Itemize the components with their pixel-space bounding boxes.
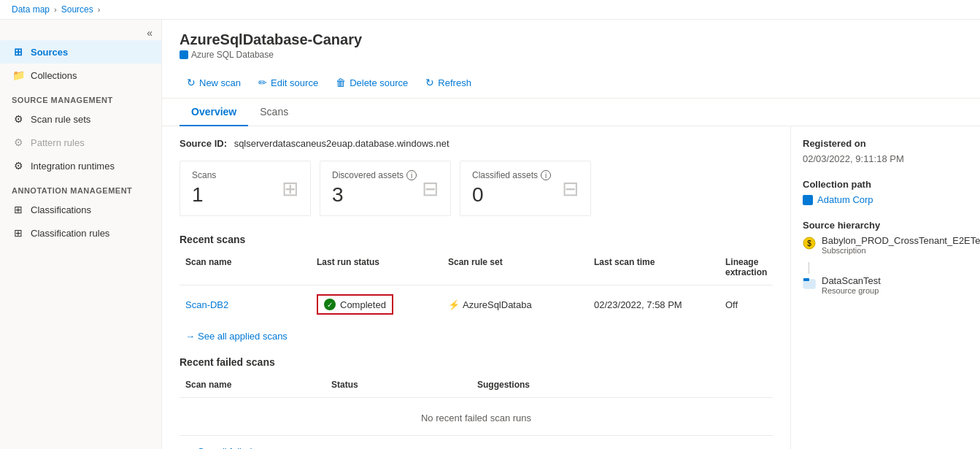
svg-rect-3 <box>803 278 809 281</box>
see-all-failed-link[interactable]: → See all failed scan runs <box>180 443 773 449</box>
source-hierarchy-label: Source hierarchy <box>803 220 968 231</box>
stats-row: Scans 1 ⊞ Discovered assets i 3 ⊟ <box>180 161 773 216</box>
tab-scans[interactable]: Scans <box>248 99 300 126</box>
source-management-section: Source management <box>0 87 161 107</box>
sidebar-item-classification-rules-label: Classification rules <box>31 228 109 239</box>
sidebar-item-collections[interactable]: 📁 Collections <box>0 64 161 87</box>
breadcrumb-data-map[interactable]: Data map <box>12 4 50 15</box>
source-id-label: Source ID: <box>180 138 227 149</box>
sidebar-item-integration-runtimes-label: Integration runtimes <box>31 161 115 172</box>
page-subtitle: Azure SQL Database <box>180 50 962 60</box>
hierarchy-item-1: DataScanTest Resource group <box>803 275 968 295</box>
discovered-info-icon: i <box>406 170 417 180</box>
source-hierarchy-section: Source hierarchy $ Babylon_PROD_CrossTen… <box>803 220 968 295</box>
classified-info-icon: i <box>541 170 551 180</box>
hierarchy-text-0: Babylon_PROD_CrossTenant_E2ETest Subscri… <box>822 235 980 255</box>
integration-runtimes-icon: ⚙ <box>12 160 25 172</box>
collection-icon <box>803 195 813 205</box>
hierarchy-type-1: Resource group <box>822 286 881 295</box>
sidebar: « ⊞ Sources 📁 Collections Source managem… <box>0 20 162 449</box>
source-id-value: sqlserverdatascaneus2euap.database.windo… <box>234 138 450 149</box>
classifications-icon: ⊞ <box>12 204 25 215</box>
registered-on-section: Registered on 02/03/2022, 9:11:18 PM <box>803 138 968 164</box>
sidebar-item-scan-rule-sets-label: Scan rule sets <box>31 114 90 125</box>
refresh-button[interactable]: ↻ Refresh <box>418 73 479 92</box>
col-last-run-status: Last run status <box>311 254 442 280</box>
page-title: AzureSqlDatabase-Canary <box>180 31 962 48</box>
resource-group-icon <box>803 277 816 290</box>
see-all-scans-link[interactable]: → See all applied scans <box>180 328 773 345</box>
breadcrumb-sources[interactable]: Sources <box>61 4 93 15</box>
recent-scans-section: Recent scans Scan name Last run status S… <box>180 234 773 345</box>
last-run-highlight-box: ✓ Completed <box>317 294 393 315</box>
collections-icon: 📁 <box>12 69 25 81</box>
collection-path-label: Collection path <box>803 179 968 190</box>
sidebar-item-collections-label: Collections <box>31 70 77 81</box>
stat-card-classified: Classified assets i 0 ⊟ <box>460 161 591 216</box>
failed-col-status: Status <box>325 377 471 393</box>
failed-scans-table-header: Scan name Status Suggestions <box>180 377 773 398</box>
edit-source-icon: ✏ <box>258 77 267 88</box>
hierarchy-name-0: Babylon_PROD_CrossTenant_E2ETest <box>822 235 980 246</box>
collection-path-section: Collection path Adatum Corp <box>803 179 968 205</box>
breadcrumb: Data map › Sources › <box>0 0 980 20</box>
lineage-extraction-cell: Off <box>719 296 790 313</box>
delete-source-button[interactable]: 🗑 Delete source <box>328 73 415 92</box>
sidebar-item-pattern-rules: ⚙ Pattern rules <box>0 131 161 154</box>
col-last-scan-time: Last scan time <box>588 254 719 280</box>
failed-col-suggestions: Suggestions <box>471 377 773 393</box>
subscription-icon: $ <box>803 237 816 250</box>
scan-rule-sets-icon: ⚙ <box>12 113 25 125</box>
sidebar-item-classification-rules[interactable]: ⊞ Classification rules <box>0 221 161 245</box>
recent-failed-scans-section: Recent failed scans Scan name Status Sug… <box>180 356 773 449</box>
sidebar-item-integration-runtimes[interactable]: ⚙ Integration runtimes <box>0 154 161 177</box>
refresh-icon: ↻ <box>425 77 434 88</box>
sidebar-item-pattern-rules-label: Pattern rules <box>31 137 85 148</box>
hierarchy-text-1: DataScanTest Resource group <box>822 275 881 295</box>
see-all-failed-arrow: → <box>185 446 195 449</box>
hierarchy-type-0: Subscription <box>822 246 980 255</box>
sidebar-item-classifications-label: Classifications <box>31 204 91 215</box>
svg-text:$: $ <box>807 239 811 247</box>
content-area: AzureSqlDatabase-Canary Azure SQL Databa… <box>162 20 980 449</box>
col-lineage-extraction: Lineage extraction <box>719 254 790 280</box>
azure-sql-icon <box>180 50 188 59</box>
scans-grid-icon: ⊞ <box>282 177 298 201</box>
stat-card-discovered: Discovered assets i 3 ⊟ <box>320 161 451 216</box>
scan-rule-set-cell: ⚡ AzureSqlDataba <box>442 296 588 313</box>
right-panel: Registered on 02/03/2022, 9:11:18 PM Col… <box>790 126 980 449</box>
collection-path-link[interactable]: Adatum Corp <box>803 194 968 205</box>
delete-source-label: Delete source <box>350 77 408 88</box>
scan-rule-set-value: AzureSqlDataba <box>463 299 532 310</box>
registered-on-value: 02/03/2022, 9:11:18 PM <box>803 153 968 164</box>
pattern-rules-icon: ⚙ <box>12 137 25 148</box>
main-section: Source ID: sqlserverdatascaneus2euap.dat… <box>162 126 790 449</box>
failed-col-scan-name: Scan name <box>180 377 325 393</box>
toolbar: ↻ New scan ✏ Edit source 🗑 Delete source… <box>162 67 980 99</box>
stat-card-scans: Scans 1 ⊞ <box>180 161 311 216</box>
sidebar-item-scan-rule-sets[interactable]: ⚙ Scan rule sets <box>0 107 161 131</box>
tabs: Overview Scans <box>162 99 980 126</box>
sidebar-collapse-button[interactable]: « <box>144 26 155 40</box>
edit-source-button[interactable]: ✏ Edit source <box>251 73 325 92</box>
hierarchy-connector <box>809 262 809 274</box>
edit-source-label: Edit source <box>271 77 318 88</box>
breadcrumb-separator-2: › <box>98 5 101 14</box>
collection-path-value: Adatum Corp <box>817 194 873 205</box>
last-run-status-value: Completed <box>340 299 386 310</box>
recent-scans-table-header: Scan name Last run status Scan rule set … <box>180 254 773 285</box>
new-scan-label: New scan <box>199 77 241 88</box>
source-id-row: Source ID: sqlserverdatascaneus2euap.dat… <box>180 138 773 149</box>
new-scan-button[interactable]: ↻ New scan <box>180 73 248 92</box>
sidebar-item-sources[interactable]: ⊞ Sources <box>0 40 161 64</box>
scan-name-cell[interactable]: Scan-DB2 <box>180 296 311 313</box>
sidebar-item-sources-label: Sources <box>31 47 68 58</box>
new-scan-icon: ↻ <box>187 77 196 88</box>
no-data-message: No recent failed scan runs <box>180 401 773 436</box>
discovered-grid-icon: ⊟ <box>422 177 439 201</box>
tab-overview[interactable]: Overview <box>180 99 248 126</box>
classified-grid-icon: ⊟ <box>562 177 579 201</box>
completed-icon: ✓ <box>324 299 336 310</box>
registered-on-label: Registered on <box>803 138 968 149</box>
sidebar-item-classifications[interactable]: ⊞ Classifications <box>0 198 161 221</box>
